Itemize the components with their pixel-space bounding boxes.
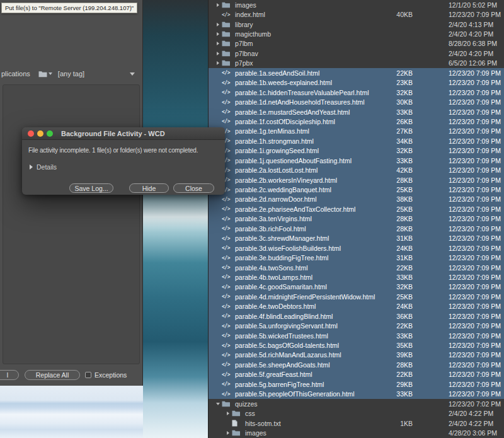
folder-icon	[222, 50, 232, 57]
file-row[interactable]: </>parable.5a.unforgivingServant.html22K…	[209, 321, 504, 330]
file-row[interactable]: </>parable.1d.netAndHouseholdTreasures.h…	[209, 97, 504, 107]
file-row[interactable]: </>parable.5h.peopleOfThisGeneration.htm…	[209, 389, 504, 399]
file-row[interactable]: </>parable.1g.tenMinas.html27KB12/23/20 …	[209, 127, 504, 136]
file-size: 22KB	[384, 322, 413, 330]
file-row[interactable]: </>parable.1f.costOfDiscipleship.html26K…	[209, 117, 504, 126]
disclosure-triangle-icon[interactable]	[214, 23, 222, 26]
disclosure-triangle-icon[interactable]	[224, 412, 232, 415]
folder-browse-button[interactable]	[38, 71, 52, 78]
disclosure-triangle-icon[interactable]	[214, 52, 222, 55]
file-row[interactable]: </>parable.1j.questionedAboutFasting.htm…	[209, 156, 504, 165]
file-name: parable.2c.weddingBanquet.html	[232, 186, 384, 193]
file-row[interactable]: </>parable.5e.sheepAndGoats.html28KB12/2…	[209, 360, 504, 369]
file-row[interactable]: quizzes12/23/20 7:02 PM	[209, 399, 504, 408]
file-row[interactable]: </>parable.3c.shrewdManager.html31KB12/2…	[209, 234, 504, 243]
file-row[interactable]: </>parable.5b.wickedTrustees.html33KB12/…	[209, 331, 504, 340]
file-row[interactable]: </>parable.3d.wiseFoolishBuilders.html24…	[209, 243, 504, 253]
folder-icon	[38, 71, 47, 78]
file-row[interactable]: </>parable.2e.phariseeAndTaxCollector.ht…	[209, 204, 504, 214]
disclosure-triangle-icon[interactable]	[214, 32, 222, 36]
file-date: 12/23/20 7:09 PM	[449, 390, 504, 398]
file-size: 35KB	[384, 342, 413, 349]
file-name: parable.4f.blindLeadingBlind.html	[232, 313, 384, 320]
details-disclosure[interactable]: Details	[30, 163, 225, 171]
file-row[interactable]: </>parable.1a.seedAndSoil.html22KB12/23/…	[209, 68, 504, 78]
file-row[interactable]: </>parable.5c.bagsOfGold-talents.html35K…	[209, 340, 504, 350]
file-row[interactable]: </>parable.1c.hiddenTreasureValuablePear…	[209, 88, 504, 97]
file-date: 12/23/20 7:02 PM	[449, 400, 504, 408]
file-row[interactable]: </>parable.4f.blindLeadingBlind.html36KB…	[209, 311, 504, 321]
html-file-icon: </>	[222, 226, 232, 231]
file-row[interactable]: </>parable.2c.weddingBanquet.html25KB12/…	[209, 185, 504, 194]
file-name: p7pbx	[232, 59, 384, 67]
file-name: parable.3d.wiseFoolishBuilders.html	[232, 245, 384, 252]
file-row[interactable]: hits-sotm.txt1KB2/4/20 4:22 PM	[209, 418, 504, 428]
file-name: parable.5h.peopleOfThisGeneration.html	[232, 390, 384, 398]
file-row[interactable]: </>parable.5g.barrenFigTree.html29KB12/2…	[209, 379, 504, 389]
chevron-down-icon	[49, 72, 52, 75]
close-button[interactable]: Close	[173, 183, 214, 193]
find-all-button-partial[interactable]: l	[0, 370, 19, 380]
file-row[interactable]: </>parable.4d.midnightFriendPersistentWi…	[209, 292, 504, 301]
file-date: 12/23/20 7:09 PM	[449, 98, 504, 106]
file-row[interactable]: </>parable.1i.growingSeed.html32KB12/23/…	[209, 146, 504, 156]
minimize-window-button[interactable]	[37, 130, 43, 137]
file-row[interactable]: magicthumb2/4/20 4:20 PM	[209, 29, 504, 38]
file-row[interactable]: </>parable.2a.lostLostLost.html42KB12/23…	[209, 165, 504, 175]
file-row[interactable]: </>parable.4b.twoLamps.html33KB12/23/20 …	[209, 272, 504, 282]
file-row[interactable]: </>parable.3b.richFool.html28KB12/23/20 …	[209, 224, 504, 233]
disclosure-triangle-icon[interactable]	[214, 403, 222, 405]
file-row[interactable]: </>parable.3e.buddingFigTree.html31KB12/…	[209, 253, 504, 262]
html-file-icon: </>	[222, 333, 232, 338]
disclosure-triangle-icon[interactable]	[214, 42, 222, 45]
file-date: 12/23/20 7:09 PM	[449, 293, 504, 301]
file-row[interactable]: css2/4/20 4:22 PM	[209, 408, 504, 418]
file-name: parable.1a.seedAndSoil.html	[232, 69, 384, 77]
file-row[interactable]: images12/1/20 5:02 PM	[209, 0, 504, 9]
file-row[interactable]: </>parable.4c.goodSamaritan.html32KB12/2…	[209, 282, 504, 292]
file-row[interactable]: </>parable.2b.workersInVineyard.html28KB…	[209, 175, 504, 185]
file-row[interactable]: </>parable.5d.richManAndLazarus.html39KB…	[209, 350, 504, 360]
file-row[interactable]: </>parable.4a.twoSons.html22KB12/23/20 7…	[209, 263, 504, 272]
put-files-tooltip: Put file(s) to "Remote Server (199.204.2…	[1, 3, 137, 13]
hide-button[interactable]: Hide	[129, 183, 169, 193]
file-name: index.html	[232, 11, 384, 18]
file-size: 24KB	[384, 303, 413, 310]
file-row[interactable]: p7lbm8/28/20 6:38 PM	[209, 39, 504, 49]
find-all-button-label: l	[7, 371, 8, 379]
file-row[interactable]: </>parable.4e.twoDebtors.html24KB12/23/2…	[209, 302, 504, 311]
file-name: parable.5g.barrenFigTree.html	[232, 381, 384, 388]
file-row[interactable]: </>parable.1e.mustardSeedAndYeast.html33…	[209, 107, 504, 117]
html-file-icon: </>	[222, 343, 232, 349]
file-row[interactable]: </>parable.1b.weeds-explained.html23KB12…	[209, 78, 504, 88]
html-file-icon: </>	[222, 118, 232, 124]
file-date: 2/4/20 4:20 PM	[449, 50, 504, 57]
dialog-titlebar[interactable]: Background File Activity - WCD	[22, 127, 225, 140]
file-row[interactable]: </>parable.1h.strongman.html34KB12/23/20…	[209, 136, 504, 146]
replace-all-button[interactable]: Replace All	[25, 370, 80, 380]
save-log-button[interactable]: Save Log...	[69, 183, 113, 193]
file-row[interactable]: </>parable.5f.greatFeast.html22KB12/23/2…	[209, 370, 504, 379]
file-row[interactable]: p7lbnav2/4/20 4:20 PM	[209, 49, 504, 58]
disclosure-triangle-icon[interactable]	[214, 61, 222, 65]
exceptions-checkbox[interactable]	[85, 372, 91, 378]
disclosure-triangle-icon[interactable]	[224, 431, 232, 435]
find-replace-buttons-bar: l Replace All Exceptions	[0, 368, 142, 383]
disclosure-triangle-icon[interactable]	[214, 3, 222, 7]
file-date: 12/23/20 7:09 PM	[449, 303, 504, 310]
close-window-button[interactable]	[28, 130, 34, 137]
file-name: parable.2e.phariseeAndTaxCollector.html	[232, 205, 384, 213]
file-row[interactable]: </>index.html40KB12/23/20 7:09 PM	[209, 9, 504, 19]
file-row[interactable]: p7pbx6/5/20 12:06 PM	[209, 59, 504, 68]
file-row[interactable]: </>parable.3a.tenVirgins.html28KB12/23/2…	[209, 214, 504, 224]
zoom-window-button[interactable]	[47, 130, 53, 137]
file-name: parable.1e.mustardSeedAndYeast.html	[232, 108, 384, 116]
file-row[interactable]: images4/28/20 3:06 PM	[209, 428, 504, 437]
file-name: parable.4a.twoSons.html	[232, 264, 384, 272]
applications-label-truncated: plications	[1, 70, 30, 78]
file-size: 27KB	[384, 127, 413, 135]
file-row[interactable]: library2/4/20 4:13 PM	[209, 20, 504, 29]
tag-filter-dropdown[interactable]: [any tag]	[58, 70, 137, 78]
file-name: parable.2b.workersInVineyard.html	[232, 176, 384, 184]
file-row[interactable]: </>parable.2d.narrowDoor.html38KB12/23/2…	[209, 195, 504, 204]
